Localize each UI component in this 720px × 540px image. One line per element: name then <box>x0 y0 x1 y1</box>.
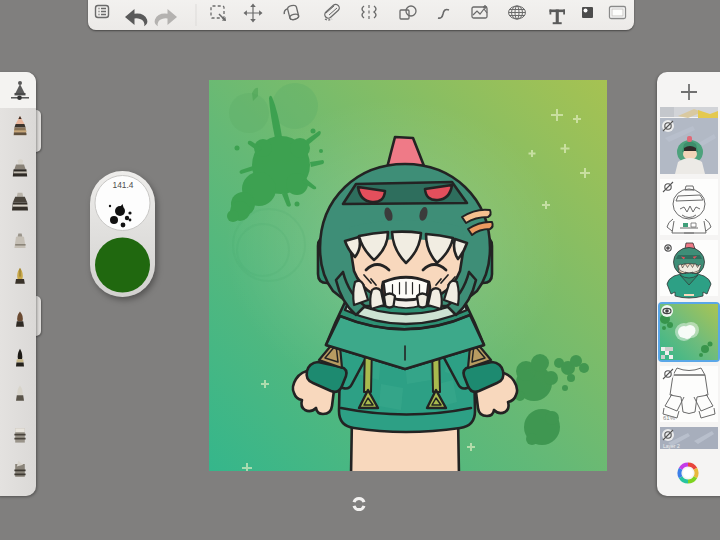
svg-text:141.4: 141.4 <box>113 180 134 190</box>
svg-text:Layer 2: Layer 2 <box>663 443 680 449</box>
svg-text:61%: 61% <box>663 415 676 421</box>
